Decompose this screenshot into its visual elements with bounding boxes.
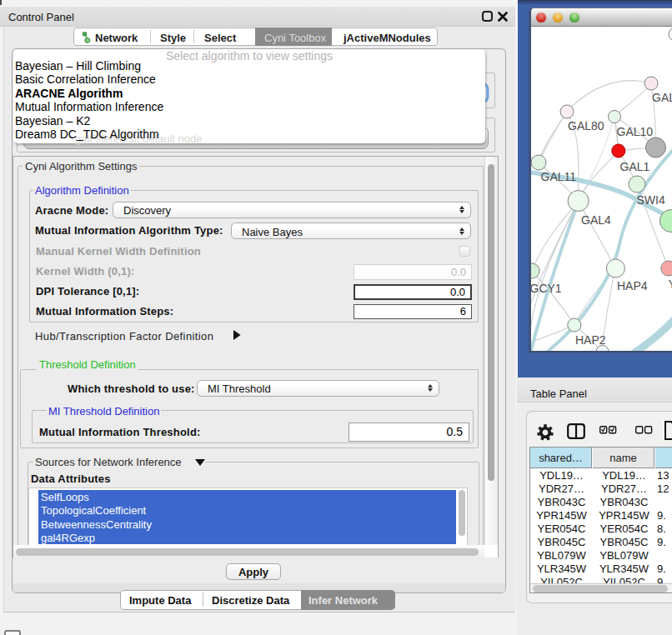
svg-text:GAL10: GAL10 (617, 125, 654, 138)
svg-text:GAL11: GAL11 (541, 170, 577, 183)
svg-text:GCY1: GCY1 (531, 282, 562, 295)
svg-text:SWI4: SWI4 (637, 193, 665, 207)
svg-text:HAP2: HAP2 (575, 333, 606, 347)
svg-text:GAL4: GAL4 (581, 213, 611, 227)
svg-text:GAL80: GAL80 (568, 119, 604, 132)
svg-text:GAL2: GAL2 (652, 91, 672, 104)
svg-text:Y: Y (669, 278, 672, 291)
svg-text:HAP4: HAP4 (617, 279, 648, 292)
svg-text:GAL1: GAL1 (620, 160, 650, 173)
